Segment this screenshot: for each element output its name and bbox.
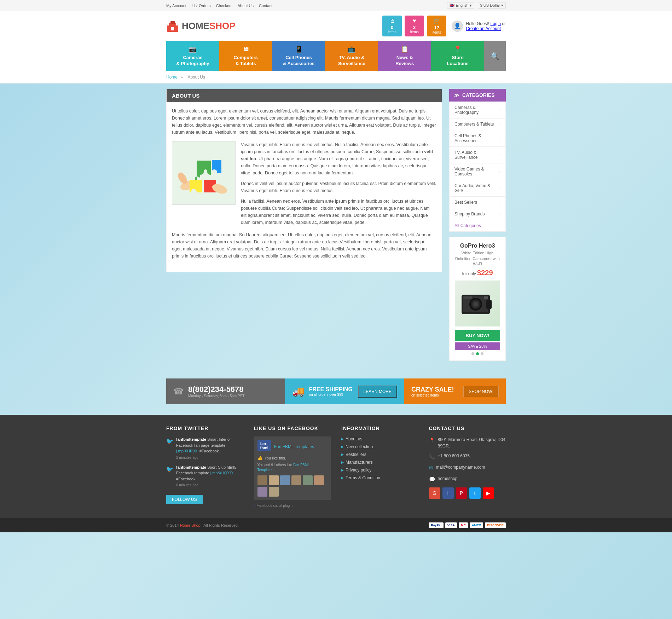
- news-icon: 📋: [401, 45, 409, 53]
- contact-link[interactable]: Contact: [259, 4, 272, 8]
- contact-title: CONTACT US: [429, 426, 506, 431]
- footer-twitter: FROM TWITTER 🐦 fanfbmltemplate Smart Int…: [166, 426, 243, 508]
- save-badge: SAVE 25%: [455, 342, 500, 350]
- fb-plugin: f Facebook social plugin: [254, 504, 331, 508]
- all-categories-link[interactable]: All Categories: [450, 220, 505, 231]
- phone-hours: Monday - Saturday, 8am - 5pm PST: [188, 394, 244, 398]
- fan-avatar-7: [257, 487, 267, 497]
- breadcrumb-current: About Us: [187, 75, 205, 80]
- sidebar-item-computers[interactable]: Computers & Tablets ›: [450, 118, 505, 130]
- about-us-link[interactable]: About Us: [238, 4, 254, 8]
- info-privacy[interactable]: ▶ Privacy policy: [341, 468, 418, 473]
- facebook-button[interactable]: f: [442, 487, 454, 499]
- google-plus-button[interactable]: G: [429, 487, 440, 499]
- phone-banner: ☎ 8(802)234-5678 Monday - Saturday, 8am …: [166, 378, 285, 404]
- compare-button[interactable]: ♥ 2 items: [405, 16, 424, 36]
- sidebar-item-cameras[interactable]: Cameras & Photography ›: [450, 102, 505, 118]
- svg-rect-3: [171, 27, 174, 30]
- top-bar: My Account List Orders Checkout About Us…: [0, 0, 672, 11]
- location-icon: 📍: [454, 45, 462, 53]
- info-manufacturers[interactable]: ▶ Manufacturers: [341, 460, 418, 465]
- arrow-icon: ›: [499, 108, 500, 112]
- nav-news[interactable]: 📋 News &Reviews: [378, 41, 431, 71]
- amex-icon: AMEX: [470, 522, 483, 528]
- header-right: 🖥 0 items ♥ 2 items 🛒 17 items 👤: [382, 16, 506, 36]
- like-text: You like this.: [265, 456, 286, 460]
- puzzle-svg: [177, 146, 230, 199]
- sidebar-item-games[interactable]: Video Games & Consoles ›: [450, 163, 505, 180]
- dot-2[interactable]: [476, 352, 479, 355]
- search-button[interactable]: 🔍: [484, 41, 506, 71]
- logo[interactable]: HOMESHOP: [166, 20, 236, 33]
- shop-now-button[interactable]: SHOP NOW!: [463, 386, 499, 397]
- footer-facebook: LIKE US ON FACEBOOK fanfbmi Fan FBML Tem…: [254, 426, 331, 508]
- currency-selector[interactable]: $ US Dollar ▾: [478, 2, 506, 9]
- nav-tv[interactable]: 📺 TV, Audio &Surveillance: [325, 41, 378, 71]
- sidebar-item-tv[interactable]: TV, Audio & Surveillance ›: [450, 147, 505, 163]
- copyright: © 2014 Home Shop . All Rights Reserved.: [166, 523, 239, 527]
- truck-icon: 🚚: [292, 386, 305, 397]
- info-title: INFORMATION: [341, 426, 418, 431]
- sidebar-item-phones[interactable]: Cell Phones & Accessories ›: [450, 130, 505, 147]
- create-account-link[interactable]: Create an Account: [466, 26, 501, 31]
- discover-icon: DISCOVER: [485, 522, 506, 528]
- contact-skype: 💬 homeshop: [429, 475, 506, 483]
- sidebar-item-bestsellers[interactable]: Best Sellers ›: [450, 197, 505, 208]
- shipping-subtitle: on all orders over $99: [309, 393, 353, 397]
- login-link[interactable]: Login: [491, 21, 501, 26]
- facebook-title: LIKE US ON FACEBOOK: [254, 426, 331, 431]
- buy-now-button[interactable]: BUY NOW!: [455, 330, 500, 341]
- footer-bottom: © 2014 Home Shop . All Rights Reserved. …: [0, 518, 672, 532]
- avatar: 👤: [452, 21, 463, 32]
- info-new-collection[interactable]: ▶ New collection: [341, 444, 418, 449]
- breadcrumb-home[interactable]: Home: [166, 75, 178, 80]
- nav-computers[interactable]: 🖥 Computers& Tablets: [219, 41, 272, 71]
- sidebar-item-brands[interactable]: Shop by Brands ›: [450, 208, 505, 220]
- info-terms[interactable]: ▶ Terms & Condition: [341, 475, 418, 480]
- fb-page-name[interactable]: Fan FBML Templates: [274, 444, 314, 449]
- nav-cameras[interactable]: 📷 Cameras& Photography: [166, 41, 219, 71]
- svg-point-12: [474, 302, 478, 306]
- gopro-svg: [460, 289, 495, 318]
- cart-button[interactable]: 🛒 17 items: [427, 16, 446, 36]
- language-selector[interactable]: 🇬🇧 English ▾: [447, 2, 474, 9]
- fan-avatar-1: [257, 475, 267, 485]
- dot-3[interactable]: [481, 352, 483, 355]
- checkout-link[interactable]: Checkout: [216, 4, 232, 8]
- youtube-button[interactable]: ▶: [483, 487, 494, 499]
- mastercard-icon: MC: [459, 522, 468, 528]
- contact-email: ✉ mail@companyname.com: [429, 464, 506, 472]
- promo-title: GoPro Hero3: [455, 243, 500, 249]
- map-pin-icon: 📍: [429, 437, 435, 444]
- brand-link[interactable]: Home Shop: [180, 523, 201, 527]
- computer-icon: 🖥: [243, 45, 249, 53]
- twitter-bird-icon: 🐦: [166, 437, 173, 460]
- my-account-link[interactable]: My Account: [166, 4, 186, 8]
- sidebar-item-car[interactable]: Car Audio, Video & GPS ›: [450, 180, 505, 197]
- nav-store[interactable]: 📍 StoreLocations: [431, 41, 484, 71]
- learn-more-button[interactable]: LEARN MORE: [358, 386, 397, 398]
- paypal-icon: PayPal: [429, 522, 444, 528]
- logo-icon: [166, 20, 179, 33]
- fan-avatar-8: [269, 487, 279, 497]
- arrow-icon: ▶: [341, 468, 344, 472]
- pinterest-button[interactable]: P: [456, 487, 467, 499]
- dot-1[interactable]: [471, 352, 474, 355]
- header: HOMESHOP 🖥 0 items ♥ 2 items 🛒 17 items: [0, 11, 672, 41]
- shipping-title: FREE SHIPPING: [309, 386, 353, 393]
- shipping-banner: 🚚 FREE SHIPPING on all orders over $99 L…: [285, 378, 404, 404]
- fan-avatar-5: [303, 475, 313, 485]
- footer-main: FROM TWITTER 🐦 fanfbmltemplate Smart Int…: [0, 415, 672, 518]
- twitter-button[interactable]: t: [469, 487, 481, 499]
- about-us-title: ABOUT US: [167, 89, 442, 102]
- fan-avatar-3: [280, 475, 290, 485]
- about-paragraph-1: Ut tellus dolor, dapibus eget, elementum…: [172, 108, 436, 136]
- nav-phones[interactable]: 📱 Cell Phones& Accessories: [272, 41, 325, 71]
- list-orders-link[interactable]: List Orders: [192, 4, 211, 8]
- wishlist-button[interactable]: 🖥 0 items: [382, 16, 402, 36]
- info-bestsellers[interactable]: ▶ Bestsellers: [341, 452, 418, 457]
- info-about[interactable]: ▶ About us: [341, 436, 418, 441]
- main-content: ABOUT US Ut tellus dolor, dapibus eget, …: [0, 83, 672, 373]
- follow-button[interactable]: FOLLOW US: [166, 495, 203, 504]
- about-image-row: Vivamus eget nibh. Etiam cursus leo vel …: [172, 141, 436, 226]
